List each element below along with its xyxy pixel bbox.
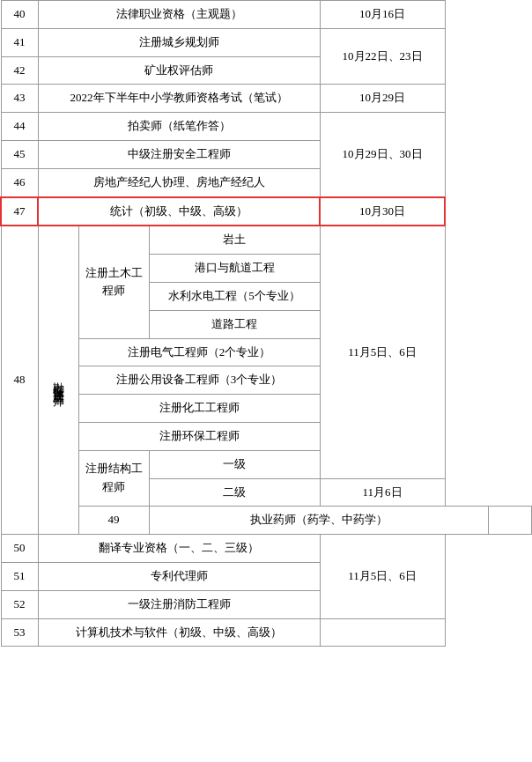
- table-row: 49 执业药师（药学、中药学）: [1, 507, 532, 535]
- exam-date: 10月16日: [320, 1, 445, 29]
- exam-date: [320, 618, 445, 647]
- table-row: 注册化工工程师: [1, 395, 532, 423]
- table-row: 42 矿业权评估师: [1, 56, 532, 85]
- table-row-highlight: 47 统计（初级、中级、高级） 10月30日: [1, 197, 532, 226]
- exam-name: 翻译专业资格（一、二、三级）: [38, 535, 320, 563]
- table-row: 53 计算机技术与软件（初级、中级、高级）: [1, 618, 532, 647]
- row-num: 50: [1, 535, 38, 563]
- table-row: 44 拍卖师（纸笔作答） 10月29日、30日: [1, 113, 532, 141]
- row-num: 44: [1, 113, 38, 141]
- row-num: 52: [1, 590, 38, 618]
- exam-name: 道路工程: [149, 310, 320, 338]
- exam-name: 注册电气工程师（2个专业）: [78, 338, 320, 366]
- exam-date: 10月29日、30日: [320, 113, 445, 197]
- table-row: 50 翻译专业资格（一、二、三级） 11月5日、6日: [1, 535, 532, 563]
- table-row: 48 勘察设计注册工程师 注册土木工程师 岩土 11月5日、6日: [1, 226, 532, 254]
- table-row: 43 2022年下半年中小学教师资格考试（笔试） 10月29日: [1, 85, 532, 113]
- exam-name: 2022年下半年中小学教师资格考试（笔试）: [38, 85, 320, 113]
- exam-name: 注册公用设备工程师（3个专业）: [78, 366, 320, 395]
- exam-name: 计算机技术与软件（初级、中级、高级）: [38, 618, 320, 647]
- exam-name: 注册化工工程师: [78, 395, 320, 423]
- exam-date: [488, 507, 531, 535]
- row-num: 42: [1, 56, 38, 85]
- row-num: 48: [1, 226, 38, 534]
- row-num: 49: [78, 507, 149, 535]
- exam-name: 一级: [149, 450, 320, 478]
- exam-subgroup: 注册结构工程师: [78, 450, 149, 507]
- table-row: 45 中级注册安全工程师: [1, 140, 532, 168]
- exam-name: 矿业权评估师: [38, 56, 320, 85]
- exam-name: 水利水电工程（5个专业）: [149, 282, 320, 310]
- row-num: 41: [1, 28, 38, 56]
- table-row: 51 专利代理师: [1, 562, 532, 590]
- exam-name: 一级注册消防工程师: [38, 590, 320, 618]
- exam-name: 执业药师（药学、中药学）: [149, 507, 488, 535]
- row-num: 53: [1, 618, 38, 647]
- exam-schedule-table: 40 法律职业资格（主观题） 10月16日 41 注册城乡规划师 10月22日、…: [0, 0, 532, 647]
- table-row: 注册环保工程师: [1, 422, 532, 450]
- exam-date: 11月6日: [320, 478, 445, 507]
- exam-name: 注册城乡规划师: [38, 28, 320, 56]
- exam-name: 中级注册安全工程师: [38, 140, 320, 168]
- exam-name: 房地产经纪人协理、房地产经纪人: [38, 168, 320, 196]
- exam-name: 专利代理师: [38, 562, 320, 590]
- row-num: 46: [1, 168, 38, 196]
- exam-name: 岩土: [149, 226, 320, 254]
- exam-group: 勘察设计注册工程师: [38, 226, 78, 534]
- row-num: 51: [1, 562, 38, 590]
- row-num: 43: [1, 85, 38, 113]
- exam-name: 港口与航道工程: [149, 255, 320, 283]
- table-row: 41 注册城乡规划师 10月22日、23日: [1, 28, 532, 56]
- row-num: 45: [1, 140, 38, 168]
- exam-date: 10月29日: [320, 85, 445, 113]
- exam-date: 10月22日、23日: [320, 28, 445, 85]
- table-row: 46 房地产经纪人协理、房地产经纪人: [1, 168, 532, 196]
- table-row: 注册结构工程师 一级: [1, 450, 532, 478]
- table-row: 40 法律职业资格（主观题） 10月16日: [1, 1, 532, 29]
- table-row: 注册电气工程师（2个专业）: [1, 338, 532, 366]
- exam-date: 11月5日、6日: [320, 535, 445, 618]
- exam-name: 注册环保工程师: [78, 422, 320, 450]
- table-row: 52 一级注册消防工程师: [1, 590, 532, 618]
- exam-subgroup: 注册土木工程师: [78, 226, 149, 338]
- exam-name: 法律职业资格（主观题）: [38, 1, 320, 29]
- row-num: 47: [1, 197, 38, 226]
- exam-name: 拍卖师（纸笔作答）: [38, 113, 320, 141]
- exam-name: 二级: [149, 478, 320, 507]
- exam-date: 11月5日、6日: [320, 226, 445, 478]
- row-num: 40: [1, 1, 38, 29]
- exam-date: 10月30日: [320, 197, 445, 226]
- table-row: 注册公用设备工程师（3个专业）: [1, 366, 532, 395]
- exam-name: 统计（初级、中级、高级）: [38, 197, 320, 226]
